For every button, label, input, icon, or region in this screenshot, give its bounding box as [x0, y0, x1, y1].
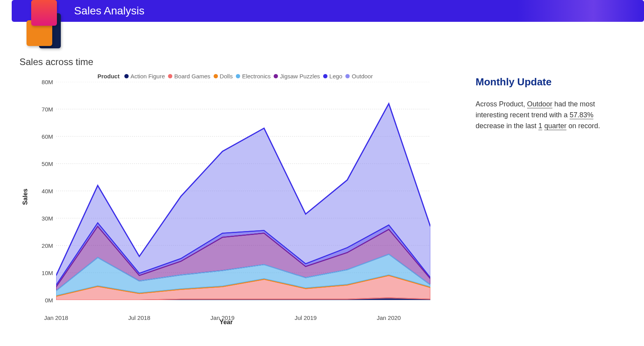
insight-count[interactable]: 1	[538, 122, 542, 130]
insight-percent[interactable]: 57.83%	[570, 111, 593, 119]
legend-dot-icon	[168, 74, 172, 78]
y-tick: 20M	[30, 242, 53, 249]
insight-title: Monthly Update	[476, 76, 628, 88]
insight-period[interactable]: quarter	[544, 122, 566, 130]
y-tick: 60M	[30, 133, 53, 140]
x-tick: Jul 2018	[128, 314, 150, 321]
insight-product[interactable]: Outdoor	[527, 100, 552, 108]
legend-item[interactable]: Jigsaw Puzzles	[274, 73, 320, 79]
legend-text: Jigsaw Puzzles	[280, 73, 320, 79]
x-tick: Jan 2020	[377, 314, 401, 321]
legend-dot-icon	[345, 74, 350, 78]
legend-item[interactable]: Dolls	[214, 73, 233, 79]
legend-text: Action Figure	[131, 73, 165, 79]
chart-pane: Sales across time Product Action FigureB…	[19, 56, 460, 338]
legend-text: Outdoor	[352, 73, 373, 79]
legend-dot-icon	[274, 74, 278, 78]
legend: Product Action FigureBoard GamesDollsEle…	[97, 73, 460, 79]
legend-item[interactable]: Action Figure	[124, 73, 165, 79]
chart-title: Sales across time	[19, 56, 460, 67]
t: Across Product,	[476, 100, 527, 108]
plot-area[interactable]: Sales Year 0M10M20M30M40M50M60M70M80M Ja…	[19, 82, 433, 312]
x-tick: Jan 2018	[44, 314, 68, 321]
legend-text: Board Games	[174, 73, 211, 79]
y-axis-label: Sales	[22, 189, 29, 205]
y-tick: 70M	[30, 106, 53, 113]
t: on record.	[566, 122, 600, 130]
legend-item[interactable]: Outdoor	[345, 73, 373, 79]
t: decrease in the last	[476, 122, 538, 130]
legend-item[interactable]: Electronics	[236, 73, 271, 79]
y-tick: 0M	[30, 297, 53, 304]
legend-dot-icon	[236, 74, 240, 78]
y-tick: 40M	[30, 188, 53, 194]
legend-item[interactable]: Board Games	[168, 73, 211, 79]
area-chart-svg	[56, 82, 430, 300]
legend-text: Lego	[329, 73, 342, 79]
legend-text: Dolls	[220, 73, 233, 79]
content: Sales across time Product Action FigureB…	[19, 56, 628, 338]
y-tick: 10M	[30, 270, 53, 276]
logo	[16, 0, 66, 47]
y-tick: 50M	[30, 161, 53, 167]
y-tick: 30M	[30, 215, 53, 222]
legend-dot-icon	[323, 74, 327, 78]
x-tick: Jan 2019	[211, 314, 235, 321]
legend-item[interactable]: Lego	[323, 73, 342, 79]
legend-group-label: Product	[97, 73, 120, 79]
y-tick: 80M	[30, 79, 53, 85]
insight-panel: Monthly Update Across Product, Outdoor h…	[460, 56, 628, 338]
legend-dot-icon	[124, 74, 129, 78]
x-tick: Jul 2019	[295, 314, 317, 321]
legend-text: Electronics	[242, 73, 271, 79]
header-bar: Sales Analysis	[12, 0, 644, 22]
legend-dot-icon	[214, 74, 218, 78]
logo-square-pink	[31, 0, 57, 26]
insight-body: Across Product, Outdoor had the most int…	[476, 99, 600, 132]
page-title: Sales Analysis	[74, 5, 145, 17]
